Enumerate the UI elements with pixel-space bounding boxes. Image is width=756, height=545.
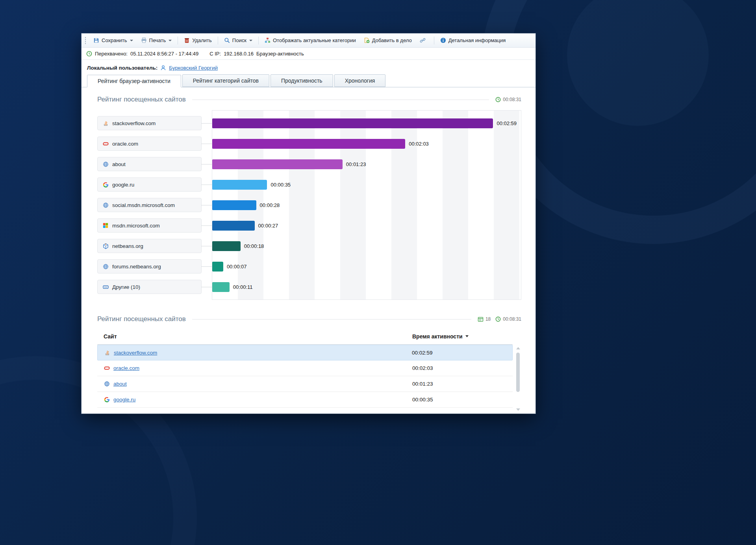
toolbar-separator [258,37,259,44]
column-header-time[interactable]: Время активности [412,333,513,340]
delete-label: Удалить [192,37,212,43]
toolbar-grip[interactable] [85,37,86,44]
activity-bar[interactable] [212,282,230,292]
chart-site-labels: stackoverflow.com oracle.com about googl… [97,110,202,300]
netbeans-icon [102,243,109,249]
google-icon [104,397,110,403]
delete-icon [184,37,190,43]
tab-chronology[interactable]: Хронология [334,74,386,87]
user-name-link[interactable]: Бурковский Георгий [169,65,218,71]
site-pill-oracle[interactable]: oracle.com [97,137,202,151]
dropdown-caret-icon [130,40,133,41]
table-row[interactable]: oracle.com 00:02:03 [97,360,513,376]
toolbar-separator [178,37,178,44]
site-pill-google[interactable]: google.ru [97,177,202,192]
chart-total-time-value: 00:08:31 [503,97,521,102]
table-scrollbar[interactable] [516,346,521,412]
activity-type: Браузер-активность [256,51,304,57]
app-window: Сохранить Печать Удалить Поиск Отображат… [82,33,536,414]
site-link[interactable]: about [113,381,127,387]
globe-icon [104,381,110,387]
activity-bar[interactable] [212,139,405,149]
site-label: about [112,161,126,167]
background-watermark-circle [567,0,709,126]
save-icon [93,37,99,43]
ip-label: С IP: [209,51,221,57]
tab-site-categories-rating[interactable]: Рейтинг категорий сайтов [182,74,269,87]
activity-time: 00:01:23 [412,381,433,387]
activity-bar[interactable] [212,118,493,128]
site-label: msdn.microsoft.com [112,223,160,229]
site-pill-netbeans[interactable]: netbeans.org [97,239,202,253]
site-link[interactable]: oracle.com [113,365,139,371]
delete-button[interactable]: Удалить [181,35,215,46]
site-link[interactable]: google.ru [113,397,135,403]
site-pill-others[interactable]: Другие (10) [97,280,202,294]
site-link[interactable]: stackoverflow.com [114,350,157,356]
table-row[interactable]: google.ru 00:00:35 [97,392,513,408]
print-label: Печать [149,37,166,43]
activity-bar[interactable] [212,262,223,272]
google-icon [102,181,109,188]
table-row-count-value: 18 [485,316,491,322]
table-row[interactable]: about 00:01:23 [97,376,513,392]
add-to-case-button[interactable]: Добавить в дело [361,35,415,46]
detail-info-button[interactable]: Детальная информация [437,35,509,46]
bar-chart: stackoverflow.com oracle.com about googl… [97,110,521,300]
scrollbar-thumb[interactable] [516,353,520,392]
search-button[interactable]: Поиск [221,35,256,46]
site-pill-about[interactable]: about [97,157,202,171]
tab-browser-activity-rating[interactable]: Рейтинг браузер-активности [87,75,181,87]
print-button[interactable]: Печать [138,35,175,46]
tab-productivity[interactable]: Продуктивность [271,74,333,87]
info-icon [440,37,446,43]
save-button[interactable]: Сохранить [90,35,136,46]
bar-value: 00:00:07 [227,264,247,270]
globe-icon [102,202,109,208]
scrollbar-down-arrow[interactable] [516,408,520,411]
show-categories-button[interactable]: Отображать актуальные категории [261,35,359,46]
stackoverflow-icon [104,349,110,356]
print-icon [141,37,147,43]
toolbar: Сохранить Печать Удалить Поиск Отображат… [82,33,536,48]
activity-time: 00:02:03 [412,365,433,371]
chart-section-header: Рейтинг посещенных сайтов 00:08:31 [97,94,521,105]
activity-bar[interactable] [212,159,343,169]
oracle-icon [104,365,110,371]
activity-time: 00:02:59 [412,350,433,356]
sort-descending-icon [465,335,469,337]
column-header-time-label: Время активности [412,333,463,340]
table-total-time: 00:08:31 [495,316,521,322]
microsoft-icon [102,222,109,229]
site-label: google.ru [112,182,134,188]
site-pill-forums-netbeans[interactable]: forums.netbeans.org [97,259,202,273]
site-pill-social-msdn[interactable]: social.msdn.microsoft.com [97,198,202,212]
column-header-site[interactable]: Сайт [97,333,412,340]
bar-value: 00:01:23 [346,161,366,167]
site-label: forums.netbeans.org [112,264,161,270]
toolbar-separator [218,37,218,44]
clock-icon [495,97,501,102]
link-button[interactable] [417,35,431,46]
dropdown-caret-icon [169,40,172,41]
activity-bar[interactable] [212,241,241,251]
activity-bar[interactable] [212,180,267,190]
chart-plot-area: 00:02:59 00:02:03 00:01:23 00:00:35 00:0… [212,110,521,300]
search-label: Поиск [232,37,246,43]
site-pill-stackoverflow[interactable]: stackoverflow.com [97,116,202,130]
others-icon [102,284,109,290]
bar-value: 00:00:35 [271,182,291,188]
categories-icon [265,37,271,43]
save-label: Сохранить [102,37,127,43]
link-icon [420,37,426,43]
scrollbar-up-arrow[interactable] [516,347,520,349]
add-case-icon [364,37,370,43]
table-row[interactable]: stackoverflow.com 00:02:59 [97,345,513,360]
site-pill-msdn[interactable]: msdn.microsoft.com [97,218,202,233]
activity-bar[interactable] [212,221,255,231]
capture-info-bar: Перехвачено: 05.11.2024 8:56:27 - 17:44:… [82,48,536,60]
toolbar-separator [434,37,434,44]
intercepted-label: Перехвачено: [95,51,128,57]
activity-bar[interactable] [212,200,256,210]
ip-value: 192.168.0.16 [224,51,254,57]
